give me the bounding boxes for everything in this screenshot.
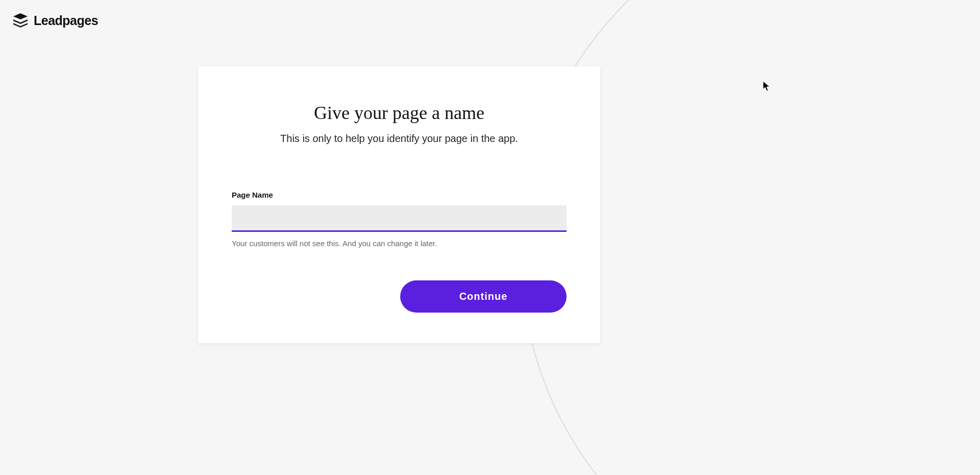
cursor-icon	[763, 81, 772, 94]
page-name-helper: Your customers will not see this. And yo…	[232, 239, 567, 248]
page-name-card: Give your page a name This is only to he…	[198, 66, 600, 343]
page-name-input[interactable]	[232, 205, 567, 232]
card-subtitle: This is only to help you identify your p…	[232, 133, 567, 145]
brand-name: Leadpages	[34, 13, 98, 28]
button-row: Continue	[232, 280, 567, 313]
continue-button[interactable]: Continue	[400, 280, 567, 313]
card-title: Give your page a name	[232, 102, 567, 124]
leadpages-logo-icon	[11, 11, 30, 30]
page-name-label: Page Name	[232, 191, 567, 199]
brand-logo: Leadpages	[11, 11, 98, 30]
